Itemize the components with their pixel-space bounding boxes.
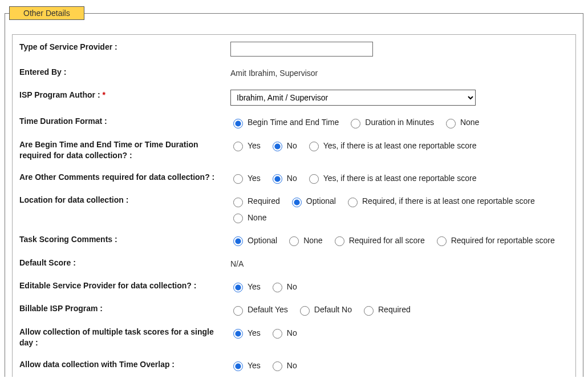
- radio-billable-required[interactable]: Required: [361, 303, 411, 316]
- label-time-format: Time Duration Format :: [19, 116, 230, 127]
- radio-loc-required[interactable]: Required: [230, 195, 280, 207]
- radio-editable-yes[interactable]: Yes: [230, 280, 261, 293]
- radio-time-none[interactable]: None: [443, 116, 479, 128]
- label-time-required: Are Begin Time and End Time or Time Dura…: [19, 139, 230, 162]
- radio-ts-none[interactable]: None: [286, 234, 322, 247]
- radio-time-duration[interactable]: Duration in Minutes: [348, 116, 434, 128]
- radio-multi-yes[interactable]: Yes: [230, 327, 261, 339]
- label-entered-by: Entered By :: [19, 67, 230, 78]
- author-select[interactable]: Ibrahim, Amit / Supervisor: [230, 90, 476, 106]
- label-time-overlap: Allow data collection with Time Overlap …: [19, 359, 230, 371]
- radio-comments-yes[interactable]: Yes: [230, 172, 261, 184]
- label-billable: Billable ISP Program :: [19, 303, 230, 315]
- radio-ts-allscore[interactable]: Required for all score: [332, 234, 425, 247]
- radio-timereq-conditional[interactable]: Yes, if there is at least one reportable…: [306, 139, 477, 152]
- radio-time-begin-end[interactable]: Begin Time and End Time: [230, 116, 339, 128]
- default-score-value: N/A: [230, 258, 569, 270]
- radio-comments-conditional[interactable]: Yes, if there is at least one reportable…: [306, 172, 477, 184]
- label-location: Location for data collection :: [19, 195, 230, 206]
- radio-overlap-no[interactable]: No: [270, 359, 297, 372]
- label-task-scoring: Task Scoring Comments :: [19, 234, 230, 246]
- label-author: ISP Program Author : *: [19, 90, 230, 101]
- radio-comments-no[interactable]: No: [270, 172, 297, 184]
- radio-ts-optional[interactable]: Optional: [230, 234, 277, 247]
- radio-timereq-yes[interactable]: Yes: [230, 139, 261, 152]
- radio-ts-reportable[interactable]: Required for reportable score: [434, 234, 555, 247]
- entered-by-value: Amit Ibrahim, Supervisor: [230, 67, 569, 79]
- radio-loc-none[interactable]: None: [230, 211, 266, 224]
- radio-loc-conditional[interactable]: Required, if there is at least one repor…: [345, 195, 535, 207]
- label-editable-provider: Editable Service Provider for data colle…: [19, 280, 230, 292]
- legend-tab: Other Details: [9, 6, 84, 20]
- radio-overlap-yes[interactable]: Yes: [230, 359, 261, 372]
- label-type-provider: Type of Service Provider :: [19, 42, 230, 53]
- radio-multi-no[interactable]: No: [270, 327, 297, 339]
- radio-timereq-no[interactable]: No: [270, 139, 297, 152]
- radio-billable-defyes[interactable]: Default Yes: [230, 303, 288, 316]
- required-marker: *: [102, 90, 105, 99]
- radio-billable-defno[interactable]: Default No: [297, 303, 352, 316]
- label-default-score: Default Score :: [19, 258, 230, 269]
- radio-loc-optional[interactable]: Optional: [289, 195, 336, 207]
- type-provider-input[interactable]: [230, 42, 373, 57]
- radio-editable-no[interactable]: No: [270, 280, 297, 293]
- label-comments-required: Are Other Comments required for data col…: [19, 172, 230, 183]
- form-container: Type of Service Provider : Entered By : …: [12, 34, 576, 377]
- outer-frame: Type of Service Provider : Entered By : …: [5, 13, 583, 377]
- label-multiple-scores: Allow collection of multiple task scores…: [19, 327, 230, 349]
